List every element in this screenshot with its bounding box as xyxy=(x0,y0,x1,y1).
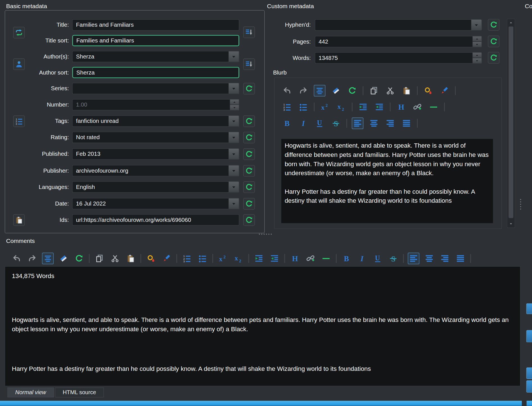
indent-more-button[interactable] xyxy=(357,101,369,113)
text-color-button[interactable] xyxy=(439,85,450,96)
edit-tags-button[interactable] xyxy=(13,116,25,127)
eraser-button[interactable] xyxy=(58,253,69,264)
strikethrough-button[interactable] xyxy=(387,253,399,264)
eraser-button[interactable] xyxy=(330,85,342,96)
strikethrough-button[interactable] xyxy=(330,118,342,129)
hyphend-dropdown-button[interactable] xyxy=(471,20,481,30)
date-recycle-button[interactable] xyxy=(243,198,255,209)
tab-html-source[interactable]: HTML source xyxy=(55,387,104,397)
link-button[interactable] xyxy=(411,101,423,113)
pages-down-button[interactable] xyxy=(473,41,481,47)
scroll-up-button[interactable] xyxy=(507,20,515,25)
recycle-button[interactable] xyxy=(346,85,358,96)
bottom-blue-strip[interactable] xyxy=(0,401,522,406)
number-spinbox[interactable]: 1.00 xyxy=(72,99,239,110)
pages-recycle-button[interactable] xyxy=(488,36,499,47)
underline-button[interactable] xyxy=(372,253,383,264)
words-spinbox[interactable]: 134875 xyxy=(315,52,482,64)
horizontal-splitter-handle[interactable] xyxy=(259,234,272,235)
copy-button[interactable] xyxy=(94,253,105,264)
edit-ids-button[interactable] xyxy=(13,214,25,226)
rating-combo[interactable]: Not rated xyxy=(72,132,239,143)
comments-editor[interactable]: 134,875 Words Hogwarts is alive, sentien… xyxy=(5,266,520,386)
unordered-list-button[interactable] xyxy=(197,253,208,264)
horizontal-rule-button[interactable] xyxy=(320,253,332,264)
link-button[interactable] xyxy=(305,253,316,264)
text-color-button[interactable] xyxy=(161,253,172,264)
clipped-side-button[interactable] xyxy=(526,303,532,314)
subscript-button[interactable] xyxy=(233,253,244,264)
published-combo[interactable]: Feb 2013 xyxy=(72,148,239,160)
fill-color-button[interactable] xyxy=(422,85,434,96)
series-recycle-button[interactable] xyxy=(243,83,255,94)
recycle-button[interactable] xyxy=(73,253,85,264)
published-dropdown-button[interactable] xyxy=(228,149,239,159)
pages-spinbox[interactable]: 442 xyxy=(315,36,482,47)
ids-recycle-button[interactable] xyxy=(243,214,255,226)
align-justify-button[interactable] xyxy=(401,118,412,129)
clipped-side-button[interactable] xyxy=(526,330,532,342)
paste-button[interactable] xyxy=(401,85,412,96)
ordered-list-button[interactable] xyxy=(281,101,293,113)
author-sort-input[interactable] xyxy=(72,67,239,78)
indent-less-button[interactable] xyxy=(374,101,385,113)
number-down-button[interactable] xyxy=(230,105,239,110)
series-combo[interactable] xyxy=(72,83,239,94)
align-center-button[interactable] xyxy=(368,118,380,129)
ids-input[interactable] xyxy=(72,214,239,225)
align-justify-button[interactable] xyxy=(455,253,466,264)
heading-button[interactable] xyxy=(395,101,407,113)
publisher-dropdown-button[interactable] xyxy=(228,165,239,176)
hyphend-recycle-button[interactable] xyxy=(488,19,499,31)
bottom-blue-strip-fragment[interactable] xyxy=(527,401,532,406)
blurb-editor[interactable]: Hogwarts is alive, sentient, and able to… xyxy=(281,139,493,223)
italic-button[interactable] xyxy=(356,253,368,264)
align-right-button[interactable] xyxy=(385,118,396,129)
words-up-button[interactable] xyxy=(473,53,481,58)
published-recycle-button[interactable] xyxy=(243,148,255,160)
undo-button[interactable] xyxy=(11,253,22,264)
align-left-button[interactable] xyxy=(352,118,363,129)
words-recycle-button[interactable] xyxy=(488,52,499,64)
date-combo[interactable]: 16 Jul 2022 xyxy=(72,198,239,209)
heading-button[interactable] xyxy=(289,253,301,264)
tags-recycle-button[interactable] xyxy=(243,116,255,127)
undo-button[interactable] xyxy=(281,85,293,96)
date-dropdown-button[interactable] xyxy=(228,198,239,209)
paste-button[interactable] xyxy=(125,253,137,264)
tags-dropdown-button[interactable] xyxy=(228,116,239,126)
languages-dropdown-button[interactable] xyxy=(228,182,239,192)
horizontal-rule-button[interactable] xyxy=(428,101,439,113)
align-left-button[interactable] xyxy=(408,253,419,264)
hyphend-combo[interactable] xyxy=(315,19,482,31)
redo-button[interactable] xyxy=(26,253,38,264)
publisher-recycle-button[interactable] xyxy=(243,165,255,177)
words-down-button[interactable] xyxy=(473,58,481,63)
vertical-splitter-handle[interactable] xyxy=(520,199,521,209)
cut-button[interactable] xyxy=(385,85,396,96)
ordered-list-button[interactable] xyxy=(181,253,193,264)
number-up-button[interactable] xyxy=(230,100,239,105)
format-block-button[interactable] xyxy=(314,85,325,96)
copy-button[interactable] xyxy=(368,85,380,96)
clipped-side-button[interactable] xyxy=(526,367,532,379)
align-right-button[interactable] xyxy=(439,253,451,264)
indent-less-button[interactable] xyxy=(269,253,280,264)
languages-combo[interactable]: English xyxy=(72,181,239,193)
bold-button[interactable] xyxy=(281,118,293,129)
format-block-button[interactable] xyxy=(42,253,54,264)
underline-button[interactable] xyxy=(314,118,325,129)
subscript-button[interactable] xyxy=(336,101,347,113)
pages-up-button[interactable] xyxy=(473,36,481,41)
fill-color-button[interactable] xyxy=(145,253,157,264)
series-dropdown-button[interactable] xyxy=(228,83,239,94)
superscript-button[interactable] xyxy=(217,253,229,264)
languages-recycle-button[interactable] xyxy=(243,181,255,193)
scrollbar-thumb[interactable] xyxy=(509,26,513,218)
align-center-button[interactable] xyxy=(423,253,435,264)
redo-button[interactable] xyxy=(297,85,309,96)
superscript-button[interactable] xyxy=(319,101,331,113)
clipped-side-button[interactable] xyxy=(526,380,532,393)
rating-dropdown-button[interactable] xyxy=(228,132,239,143)
rating-recycle-button[interactable] xyxy=(243,132,255,143)
